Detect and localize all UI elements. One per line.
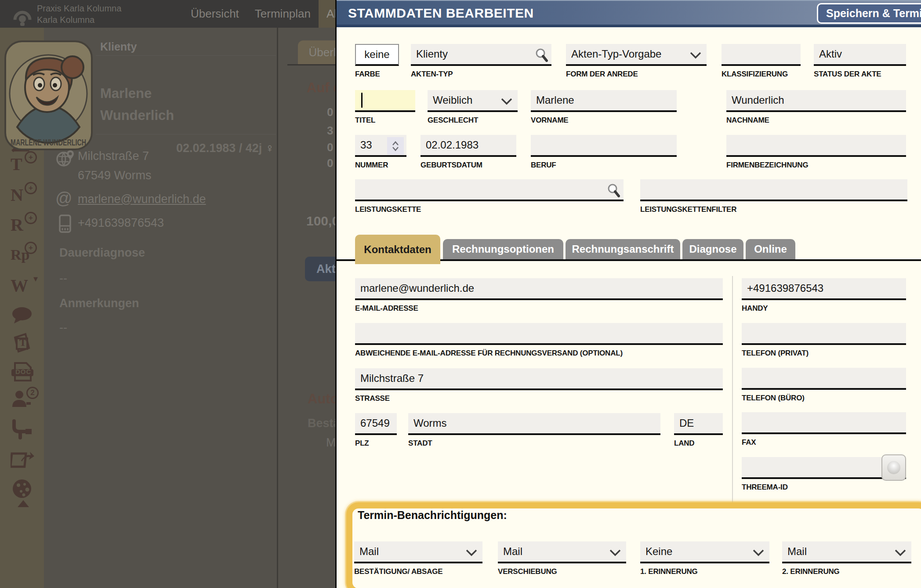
patient-first-name: Marlene bbox=[100, 83, 174, 105]
abweichende-email-input[interactable] bbox=[355, 323, 723, 345]
strasse-input[interactable]: Milchstraße 7 bbox=[355, 368, 723, 390]
erinnerung-2-select[interactable]: Mail bbox=[782, 541, 911, 563]
beruf-label: BERUF bbox=[531, 161, 677, 170]
chat-icon[interactable] bbox=[11, 306, 36, 326]
practice-person-icon bbox=[11, 3, 33, 26]
firmenbezeichnung-input[interactable] bbox=[726, 135, 906, 157]
nachname-label: NACHNAME bbox=[726, 116, 906, 125]
save-and-termin-button[interactable]: Speichern & Termin bbox=[817, 3, 921, 24]
field-leistungskettenfilter: LEISTUNGSKETTENFILTER bbox=[640, 179, 907, 214]
chevron-down-icon bbox=[895, 549, 906, 556]
avatar-caption: MARLENE WUNDERLICH bbox=[11, 138, 86, 147]
nav-terminplan[interactable]: Terminplan bbox=[247, 0, 319, 28]
add-appointment-icon[interactable]: T + bbox=[11, 155, 36, 175]
at-icon: @ bbox=[55, 189, 73, 208]
tab-kontaktdaten[interactable]: Kontaktdaten bbox=[355, 235, 440, 264]
add-note-icon[interactable]: N + bbox=[11, 185, 36, 206]
patient-email-link[interactable]: marlene@wunderlich.de bbox=[78, 192, 206, 206]
mobile-phone-icon bbox=[58, 214, 73, 233]
field-klassifizierung: KLASSIFIZIERUNG bbox=[722, 44, 801, 79]
field-vorname: Marlene VORNAME bbox=[531, 90, 677, 125]
leistungskettenfilter-input[interactable] bbox=[640, 179, 907, 201]
geschlecht-label: GESCHLECHT bbox=[428, 116, 518, 125]
text-template-icon[interactable]: T bbox=[11, 332, 36, 352]
patient-phone: +491639876543 bbox=[78, 216, 164, 230]
scroll-up-icon[interactable] bbox=[17, 499, 42, 519]
akten-typ-input[interactable]: Klienty bbox=[411, 44, 551, 66]
erinnerung-1-label: 1. ERINNERUNG bbox=[640, 567, 769, 576]
bestaetigung-absage-select[interactable]: Mail bbox=[354, 541, 482, 563]
field-fax: FAX bbox=[742, 412, 906, 447]
nummer-input[interactable]: 33 bbox=[355, 135, 406, 157]
bg-auto-heading: Auto bbox=[308, 391, 339, 407]
diagnosis-value: -- bbox=[59, 272, 67, 285]
stadt-input[interactable]: Worms bbox=[408, 413, 660, 435]
telefon-privat-input[interactable] bbox=[742, 323, 906, 345]
titel-input[interactable] bbox=[355, 90, 415, 112]
person-duplicate-icon[interactable]: 2 bbox=[11, 388, 36, 409]
doc-file-icon[interactable]: DOC bbox=[11, 361, 36, 381]
verschiebung-select[interactable]: Mail bbox=[498, 541, 626, 563]
column-divider bbox=[732, 276, 733, 502]
tab-online[interactable]: Online bbox=[746, 239, 795, 259]
connections-icon[interactable] bbox=[11, 418, 36, 439]
share-icon[interactable] bbox=[11, 449, 36, 469]
nachname-input[interactable]: Wunderlich bbox=[726, 90, 906, 112]
klassifizierung-input[interactable] bbox=[722, 44, 801, 66]
word-menu-icon[interactable]: W ▾ bbox=[11, 276, 36, 296]
strasse-label: STRASSE bbox=[355, 394, 723, 403]
tab-diagnose[interactable]: Diagnose bbox=[682, 239, 743, 259]
farbe-label: FARBE bbox=[355, 70, 399, 79]
beruf-input[interactable] bbox=[531, 135, 677, 157]
field-form-der-anrede: Akten-Typ-Vorgabe FORM DER ANREDE bbox=[566, 44, 707, 79]
email-input[interactable]: marlene@wunderlich.de bbox=[355, 278, 723, 300]
nummer-label: NUMMER bbox=[355, 161, 406, 170]
land-input[interactable]: DE bbox=[674, 413, 723, 435]
farbe-input[interactable]: keine bbox=[355, 44, 399, 66]
two-badge-icon: 2 bbox=[26, 387, 39, 399]
privacy-icon[interactable] bbox=[11, 479, 36, 499]
geschlecht-select[interactable]: Weiblich bbox=[428, 90, 518, 112]
field-status-der-akte: Aktiv STATUS DER AKTE bbox=[814, 44, 906, 79]
search-icon[interactable] bbox=[535, 48, 548, 62]
telefon-privat-label: TELEFON (PRIVAT) bbox=[742, 349, 906, 358]
notes-value: -- bbox=[59, 321, 67, 334]
titel-label: TITEL bbox=[355, 116, 415, 125]
field-nachname: Wunderlich NACHNAME bbox=[726, 90, 906, 125]
termin-notifications-heading: Termin-Benachrichtigungen: bbox=[358, 509, 507, 522]
search-icon[interactable] bbox=[607, 183, 620, 197]
status-der-akte-input[interactable]: Aktiv bbox=[814, 44, 906, 66]
vorname-label: VORNAME bbox=[531, 116, 677, 125]
telefon-buero-input[interactable] bbox=[742, 368, 906, 390]
klassifizierung-label: KLASSIFIZIERUNG bbox=[722, 70, 801, 79]
nav-uebersicht[interactable]: Übersicht bbox=[183, 0, 247, 28]
modal-header-underline bbox=[337, 25, 921, 27]
number-stepper[interactable] bbox=[387, 137, 404, 155]
tab-rechnungsanschrift[interactable]: Rechnungsanschrift bbox=[566, 239, 680, 259]
field-farbe: keine FARBE bbox=[355, 44, 399, 79]
tab-rechnungsoptionen[interactable]: Rechnungsoptionen bbox=[443, 239, 563, 259]
text-cursor bbox=[361, 93, 363, 108]
form-der-anrede-select[interactable]: Akten-Typ-Vorgabe bbox=[566, 44, 707, 66]
vorname-input[interactable]: Marlene bbox=[531, 90, 677, 112]
erinnerung-1-select[interactable]: Keine bbox=[640, 541, 769, 563]
handy-input[interactable]: +491639876543 bbox=[742, 278, 906, 300]
practice-user: Karla Kolumna bbox=[37, 14, 121, 25]
leistungskette-input[interactable] bbox=[355, 179, 624, 201]
threema-scan-button[interactable] bbox=[881, 454, 906, 481]
add-invoice-icon[interactable]: R + bbox=[11, 215, 36, 236]
erinnerung-2-label: 2. ERINNERUNG bbox=[782, 567, 911, 576]
add-prescription-icon[interactable]: Rp + bbox=[11, 245, 36, 265]
leistungskette-label: LEISTUNGSKETTE bbox=[355, 205, 624, 214]
field-titel: TITEL bbox=[355, 90, 415, 125]
gender-female-icon: ♀ bbox=[265, 142, 274, 155]
plz-input[interactable]: 67549 bbox=[355, 413, 397, 435]
sidebar-divider bbox=[277, 28, 278, 588]
fax-label: FAX bbox=[742, 438, 906, 447]
geburtsdatum-label: GEBURTSDATUM bbox=[421, 161, 516, 170]
practice-name: Praxis Karla Kolumna bbox=[37, 3, 121, 14]
geburtsdatum-input[interactable]: 02.02.1983 bbox=[421, 135, 516, 157]
birthdate-age: 02.02.1983 / 42j ♀ bbox=[176, 142, 274, 155]
field-land: DE LAND bbox=[674, 413, 723, 448]
fax-input[interactable] bbox=[742, 412, 906, 434]
